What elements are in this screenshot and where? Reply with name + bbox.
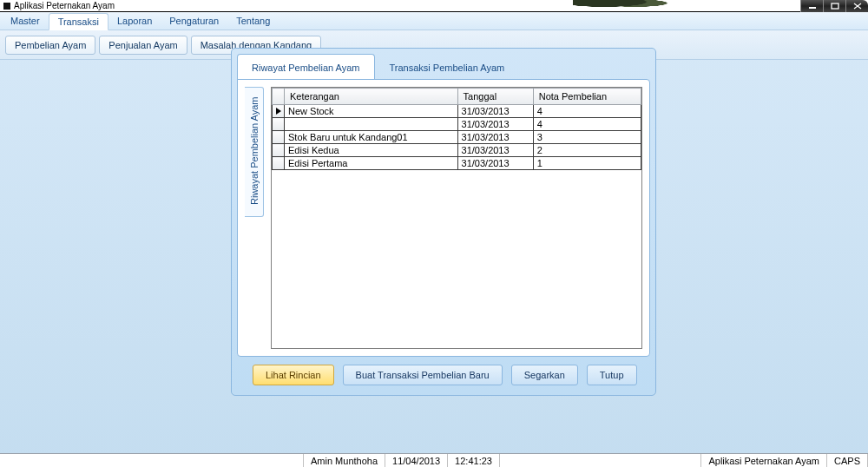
grid-header-nota[interactable]: Nota Pembelian bbox=[533, 89, 641, 105]
btn-segarkan[interactable]: Segarkan bbox=[511, 365, 578, 385]
table-row[interactable]: 31/03/20134 bbox=[273, 118, 641, 131]
toolbar-penjualan-ayam[interactable]: Penjualan Ayam bbox=[99, 36, 187, 55]
cell[interactable]: 31/03/2013 bbox=[457, 105, 533, 118]
status-middle-spacer bbox=[500, 454, 702, 467]
close-button[interactable] bbox=[845, 0, 868, 12]
panel-pembelian: Riwayat Pembelian Ayam Transaksi Pembeli… bbox=[231, 48, 656, 396]
svg-rect-0 bbox=[809, 7, 816, 9]
table-row[interactable]: Edisi Pertama31/03/20131 bbox=[273, 157, 641, 170]
table-row[interactable]: Edisi Kedua31/03/20132 bbox=[273, 144, 641, 157]
tab-transaksi[interactable]: Transaksi Pembelian Ayam bbox=[375, 54, 520, 80]
status-user: Amin Munthoha bbox=[304, 454, 385, 467]
tab-riwayat[interactable]: Riwayat Pembelian Ayam bbox=[237, 54, 375, 80]
minimize-icon bbox=[808, 3, 817, 10]
app-icon bbox=[3, 3, 10, 10]
status-time: 12:41:23 bbox=[448, 454, 500, 467]
window-title: Aplikasi Peternakan Ayam bbox=[14, 1, 115, 10]
svg-rect-1 bbox=[832, 3, 838, 9]
menu-transaksi[interactable]: Transaksi bbox=[49, 13, 108, 30]
btn-tutup[interactable]: Tutup bbox=[587, 365, 637, 385]
cell[interactable]: 4 bbox=[533, 105, 641, 118]
grid-table: Keterangan Tanggal Nota Pembelian New St… bbox=[272, 88, 641, 170]
status-date: 11/04/2013 bbox=[385, 454, 448, 467]
menu-laporan[interactable]: Laporan bbox=[108, 12, 161, 30]
btn-buat-transaksi-baru[interactable]: Buat Transaksi Pembelian Baru bbox=[343, 365, 503, 385]
titlebar: Aplikasi Peternakan Ayam bbox=[0, 0, 868, 12]
status-app: Aplikasi Peternakan Ayam bbox=[701, 454, 827, 467]
cell[interactable]: New Stock bbox=[285, 105, 458, 118]
titlebar-decoration bbox=[573, 0, 677, 10]
client-area: Riwayat Pembelian Ayam Transaksi Pembeli… bbox=[0, 60, 868, 453]
minimize-button[interactable] bbox=[800, 0, 823, 12]
table-row[interactable]: Stok Baru untuk Kandang0131/03/20133 bbox=[273, 131, 641, 144]
cell[interactable]: 4 bbox=[533, 118, 641, 131]
panel-button-row: Lihat Rincian Buat Transaksi Pembelian B… bbox=[253, 365, 637, 385]
status-left-spacer bbox=[0, 454, 304, 467]
cell[interactable]: Stok Baru untuk Kandang01 bbox=[285, 131, 458, 144]
row-selector-cell bbox=[273, 144, 285, 157]
menu-master[interactable]: Master bbox=[2, 12, 49, 30]
table-row[interactable]: New Stock31/03/20134 bbox=[273, 105, 641, 118]
cell[interactable]: 2 bbox=[533, 144, 641, 157]
cell[interactable]: 31/03/2013 bbox=[457, 131, 533, 144]
cell[interactable]: Edisi Kedua bbox=[285, 144, 458, 157]
panel-body: Riwayat Pembelian Ayam Keterangan Tangga… bbox=[237, 79, 650, 357]
grid-header-tanggal[interactable]: Tanggal bbox=[457, 89, 533, 105]
cell[interactable]: 31/03/2013 bbox=[457, 157, 533, 170]
row-indicator-icon bbox=[276, 108, 281, 115]
cell[interactable]: 31/03/2013 bbox=[457, 144, 533, 157]
cell[interactable]: 1 bbox=[533, 157, 641, 170]
row-selector-cell bbox=[273, 118, 285, 131]
statusbar: Amin Munthoha 11/04/2013 12:41:23 Aplika… bbox=[0, 453, 868, 467]
menu-tentang[interactable]: Tentang bbox=[227, 12, 279, 30]
grid-header-row: Keterangan Tanggal Nota Pembelian bbox=[273, 89, 641, 105]
maximize-icon bbox=[831, 3, 839, 10]
cell[interactable] bbox=[285, 118, 458, 131]
row-selector-cell bbox=[273, 131, 285, 144]
menubar: Master Transaksi Laporan Pengaturan Tent… bbox=[0, 12, 868, 30]
btn-lihat-rincian[interactable]: Lihat Rincian bbox=[253, 365, 334, 385]
maximize-button[interactable] bbox=[823, 0, 845, 12]
grid-header-selector[interactable] bbox=[273, 89, 285, 105]
row-selector-cell bbox=[273, 105, 285, 118]
close-icon bbox=[853, 3, 862, 10]
side-tab-riwayat[interactable]: Riwayat Pembelian Ayam bbox=[245, 87, 264, 217]
toolbar-pembelian-ayam[interactable]: Pembelian Ayam bbox=[5, 36, 95, 55]
status-caps: CAPS bbox=[827, 454, 868, 467]
row-selector-cell bbox=[273, 157, 285, 170]
cell[interactable]: 3 bbox=[533, 131, 641, 144]
cell[interactable]: 31/03/2013 bbox=[457, 118, 533, 131]
cell[interactable]: Edisi Pertama bbox=[285, 157, 458, 170]
window-controls bbox=[800, 0, 868, 12]
panel-tabs: Riwayat Pembelian Ayam Transaksi Pembeli… bbox=[237, 54, 650, 80]
data-grid[interactable]: Keterangan Tanggal Nota Pembelian New St… bbox=[271, 87, 642, 349]
menu-pengaturan[interactable]: Pengaturan bbox=[161, 12, 227, 30]
grid-header-keterangan[interactable]: Keterangan bbox=[285, 89, 458, 105]
